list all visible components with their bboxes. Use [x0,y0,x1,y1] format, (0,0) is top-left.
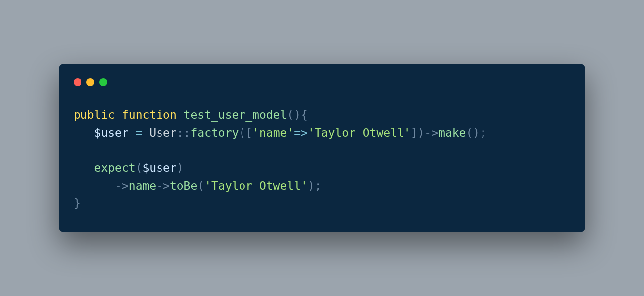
code-block: public function test_user_model(){ $user… [74,106,570,213]
brace-open: { [301,108,308,121]
paren-open: ( [287,108,294,121]
code-window: public function test_user_model(){ $user… [59,64,585,232]
function-expect: expect [94,161,136,174]
traffic-lights [74,78,570,86]
brace-close: } [74,197,80,210]
double-colon: :: [177,126,191,139]
array-value: Taylor Otwell [315,126,404,139]
paren-close: ) [308,179,315,192]
function-name: test_user_model [184,108,287,121]
keyword-public: public [74,108,115,121]
bracket-close: ] [411,126,418,139]
variable-user: $user [94,126,129,139]
paren-close: ) [177,161,184,174]
zoom-icon[interactable] [99,78,107,86]
paren-close: ) [473,126,480,139]
property-name: name [129,179,156,192]
semicolon: ; [315,179,322,192]
string-quote: ' [301,179,308,192]
variable-user: $user [143,161,177,174]
paren-close: ) [294,108,301,121]
paren-open: ( [136,161,143,174]
indent [74,179,115,192]
paren-close: ) [418,126,425,139]
paren-open: ( [197,179,204,192]
arrow-op: -> [115,179,129,192]
string-value: Taylor Otwell [211,179,301,192]
class-user: User [149,126,176,139]
method-make: make [438,126,466,139]
minimize-icon[interactable] [86,78,94,86]
fat-arrow: => [294,126,308,139]
bracket-open: [ [245,126,252,139]
method-factory: factory [190,126,239,139]
string-quote: ' [287,126,294,139]
arrow-op: -> [156,179,170,192]
semicolon: ; [480,126,486,139]
string-quote: ' [252,126,259,139]
string-quote: ' [308,126,315,139]
keyword-function: function [122,108,177,121]
indent [74,126,94,139]
string-quote: ' [204,179,211,192]
string-quote: ' [404,126,411,139]
indent [74,161,94,174]
paren-open: ( [239,126,245,139]
assign-op: = [129,126,150,139]
paren-open: ( [466,126,473,139]
arrow-op: -> [424,126,438,139]
close-icon[interactable] [74,78,81,86]
method-tobe: toBe [170,179,197,192]
array-key: name [259,126,287,139]
